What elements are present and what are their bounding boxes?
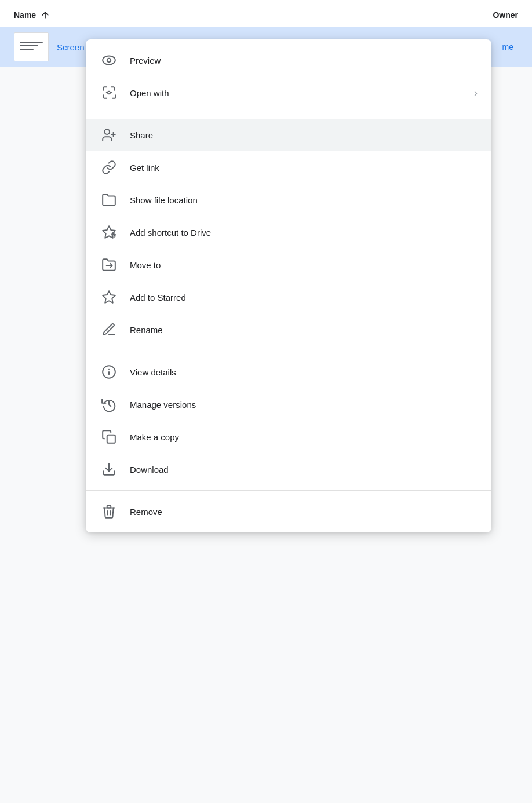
svg-marker-9 xyxy=(103,226,115,238)
menu-section-2: Share Get link Show file location xyxy=(86,114,491,351)
link-icon xyxy=(100,158,118,177)
svg-marker-14 xyxy=(103,291,115,303)
svg-point-1 xyxy=(103,56,115,64)
open-with-chevron-icon: › xyxy=(474,87,478,99)
menu-section-3: View details Manage versions Make a cop xyxy=(86,351,491,490)
menu-item-open-with[interactable]: Open with › xyxy=(86,76,491,109)
file-owner: me xyxy=(502,42,513,52)
make-a-copy-label: Make a copy xyxy=(130,432,478,442)
add-to-starred-label: Add to Starred xyxy=(130,293,478,302)
menu-item-share[interactable]: Share xyxy=(86,119,491,151)
menu-item-get-link[interactable]: Get link xyxy=(86,151,491,184)
menu-item-manage-versions[interactable]: Manage versions xyxy=(86,388,491,421)
star-icon xyxy=(100,288,118,306)
open-with-label: Open with xyxy=(130,88,462,98)
move-to-icon xyxy=(100,256,118,274)
add-shortcut-label: Add shortcut to Drive xyxy=(130,228,478,238)
owner-column-header[interactable]: Owner xyxy=(493,10,518,20)
rename-label: Rename xyxy=(130,325,478,335)
sort-asc-icon xyxy=(41,10,50,20)
svg-point-6 xyxy=(104,129,110,134)
manage-versions-label: Manage versions xyxy=(130,400,478,410)
info-icon xyxy=(100,363,118,381)
menu-item-add-to-starred[interactable]: Add to Starred xyxy=(86,281,491,313)
trash-icon xyxy=(100,502,118,521)
menu-section-1: Preview Open with › xyxy=(86,39,491,114)
share-label: Share xyxy=(130,130,478,140)
drive-shortcut-icon xyxy=(100,223,118,242)
svg-rect-18 xyxy=(107,435,115,443)
menu-item-add-shortcut[interactable]: Add shortcut to Drive xyxy=(86,216,491,249)
show-file-location-label: Show file location xyxy=(130,195,478,205)
menu-item-view-details[interactable]: View details xyxy=(86,356,491,388)
svg-rect-20 xyxy=(107,505,111,508)
copy-icon xyxy=(100,428,118,446)
download-icon xyxy=(100,460,118,479)
versions-icon xyxy=(100,395,118,414)
menu-item-remove[interactable]: Remove xyxy=(86,495,491,528)
name-column-header[interactable]: Name xyxy=(14,10,50,20)
eye-icon xyxy=(100,51,118,70)
folder-icon xyxy=(100,191,118,209)
download-label: Download xyxy=(130,465,478,475)
get-link-label: Get link xyxy=(130,163,478,173)
menu-item-make-a-copy[interactable]: Make a copy xyxy=(86,421,491,453)
menu-item-rename[interactable]: Rename xyxy=(86,313,491,346)
menu-item-move-to[interactable]: Move to xyxy=(86,249,491,281)
remove-label: Remove xyxy=(130,507,478,517)
menu-section-4: Remove xyxy=(86,490,491,532)
menu-item-download[interactable]: Download xyxy=(86,453,491,486)
file-thumbnail xyxy=(14,32,49,61)
menu-item-show-file-location[interactable]: Show file location xyxy=(86,184,491,216)
open-with-icon xyxy=(100,83,118,102)
preview-label: Preview xyxy=(130,56,478,65)
header: Name Owner xyxy=(0,0,532,27)
menu-item-preview[interactable]: Preview xyxy=(86,44,491,76)
share-icon xyxy=(100,126,118,144)
view-details-label: View details xyxy=(130,367,478,377)
context-menu: Preview Open with › xyxy=(86,39,491,532)
svg-point-2 xyxy=(107,59,111,63)
move-to-label: Move to xyxy=(130,260,478,270)
rename-icon xyxy=(100,320,118,339)
